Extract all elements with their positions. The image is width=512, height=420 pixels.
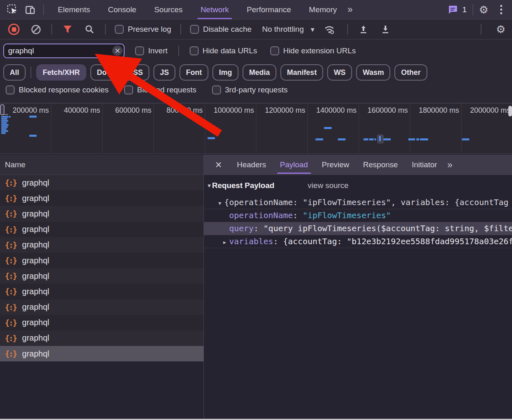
timeline-request-bar	[363, 138, 368, 140]
name-column-header[interactable]: Name	[0, 155, 203, 175]
payload-property-variables[interactable]: ▸variables: {accountTag: "b12e3b2192ee55…	[204, 235, 512, 248]
settings-gear-icon[interactable]: ⚙	[479, 4, 488, 15]
json-braces-icon: {:}	[5, 209, 16, 218]
filter-chip-doc[interactable]: Doc	[90, 64, 117, 81]
request-row[interactable]: {:}graphql	[0, 190, 203, 206]
top-bar-right: 1 ⚙	[446, 3, 512, 16]
top-tab-memory[interactable]: Memory	[309, 0, 337, 19]
throttling-dropdown[interactable]: No throttling ▼	[262, 25, 315, 34]
clear-network-log-icon[interactable]	[29, 23, 42, 36]
network-conditions-icon[interactable]	[323, 23, 336, 36]
top-tab-elements[interactable]: Elements	[58, 0, 90, 19]
filter-chip-all[interactable]: All	[3, 64, 26, 81]
filter-chip-font[interactable]: Font	[179, 64, 208, 81]
request-row[interactable]: {:}graphql	[0, 175, 203, 190]
json-braces-icon: {:}	[5, 287, 16, 296]
filter-input-wrap: ✕	[3, 44, 125, 58]
request-row[interactable]: {:}graphql	[0, 330, 203, 346]
request-list: {:}graphql{:}graphql{:}graphql{:}graphql…	[0, 175, 203, 419]
detail-tab-initiator[interactable]: Initiator	[405, 155, 444, 175]
payload-panel: ▾ Request Payload view source ▾{operatio…	[204, 175, 512, 419]
triangle-down-icon[interactable]: ▾	[215, 197, 224, 209]
more-detail-tabs-icon[interactable]: »	[447, 160, 452, 171]
divider	[178, 46, 179, 56]
invert-label: Invert	[148, 46, 168, 55]
record-network-log-icon[interactable]	[7, 23, 20, 36]
hide-extension-urls-checkbox[interactable]	[270, 46, 279, 55]
detail-tab-response[interactable]: Response	[356, 155, 405, 175]
detail-tab-preview[interactable]: Preview	[315, 155, 357, 175]
top-tab-sources[interactable]: Sources	[154, 0, 183, 19]
detail-tab-headers[interactable]: Headers	[230, 155, 273, 175]
clear-filter-icon[interactable]: ✕	[112, 46, 123, 56]
json-braces-icon: {:}	[5, 271, 16, 280]
inspect-element-icon[interactable]	[6, 3, 19, 16]
kebab-menu-icon[interactable]	[496, 5, 506, 14]
panel-tabs: ElementsConsoleSourcesNetworkPerformance…	[58, 0, 337, 19]
blocked-response-cookies-checkbox[interactable]	[6, 85, 15, 94]
view-source-link[interactable]: view source	[308, 181, 348, 190]
top-tab-performance[interactable]: Performance	[247, 0, 291, 19]
request-name: graphql	[22, 256, 49, 265]
request-row[interactable]: {:}graphql	[0, 268, 203, 284]
timeline-brush-handle-left[interactable]	[0, 104, 4, 115]
json-braces-icon: {:}	[5, 225, 16, 234]
request-name: graphql	[22, 287, 49, 296]
payload-summary-row[interactable]: ▾{operationName: "ipFlowTimeseries", var…	[204, 196, 512, 209]
divider	[51, 24, 52, 35]
request-row[interactable]: {:}graphql	[0, 222, 203, 237]
divider	[31, 67, 31, 78]
divider	[180, 24, 181, 35]
issues-bubble-icon[interactable]	[446, 3, 459, 16]
request-row[interactable]: {:}graphql	[0, 315, 203, 330]
divider	[481, 24, 481, 35]
blocked-requests-checkbox[interactable]	[124, 85, 133, 94]
json-braces-icon: {:}	[5, 178, 16, 187]
json-braces-icon: {:}	[5, 194, 16, 203]
detail-tab-payload[interactable]: Payload	[273, 155, 315, 175]
invert-checkbox[interactable]	[135, 46, 144, 55]
network-settings-gear-icon[interactable]: ⚙	[496, 24, 505, 35]
timeline-brush-handle-right[interactable]	[508, 106, 512, 116]
filter-chip-ws[interactable]: WS	[327, 64, 352, 81]
triangle-right-icon[interactable]: ▸	[220, 236, 229, 248]
filter-chip-manifest[interactable]: Manifest	[280, 64, 323, 81]
request-row[interactable]: {:}graphql	[0, 237, 203, 253]
filter-chip-fetch-xhr[interactable]: Fetch/XHR	[36, 64, 86, 81]
json-braces-icon: {:}	[5, 349, 16, 358]
more-tabs-icon[interactable]: »	[348, 4, 352, 15]
request-row[interactable]: {:}graphql	[0, 253, 203, 268]
network-overview-timeline[interactable]: 200000 ms400000 ms600000 ms800000 ms1000…	[0, 103, 512, 154]
payload-property-query[interactable]: query: "query ipFlowTimeseries($accountT…	[204, 222, 512, 235]
request-row[interactable]: {:}graphql	[0, 284, 203, 299]
request-row[interactable]: {:}graphql	[0, 206, 203, 221]
request-row[interactable]: {:}graphql	[0, 346, 203, 361]
close-detail-icon[interactable]: ×	[210, 155, 227, 175]
request-name: graphql	[22, 240, 49, 249]
import-har-icon[interactable]	[357, 23, 370, 36]
filter-chip-other[interactable]: Other	[394, 64, 427, 81]
filter-chip-media[interactable]: Media	[243, 64, 276, 81]
third-party-requests-checkbox[interactable]	[212, 85, 221, 94]
request-payload-section-header[interactable]: ▾ Request Payload view source	[204, 175, 512, 196]
hide-data-urls-checkbox[interactable]	[190, 46, 199, 55]
top-tab-console[interactable]: Console	[108, 0, 136, 19]
filter-chip-img[interactable]: Img	[212, 64, 238, 81]
preserve-log-checkbox[interactable]	[115, 25, 124, 34]
filter-chip-css[interactable]: CSS	[121, 64, 149, 81]
filter-funnel-icon[interactable]	[61, 23, 74, 36]
top-tab-network[interactable]: Network	[201, 0, 229, 19]
filter-chip-wasm[interactable]: Wasm	[356, 64, 390, 81]
request-row[interactable]: {:}graphql	[0, 300, 203, 315]
timeline-tick: 2000000 ms	[458, 106, 510, 115]
network-filter-input[interactable]	[3, 44, 125, 58]
export-har-icon[interactable]	[379, 23, 392, 36]
payload-property-operationName[interactable]: operationName: "ipFlowTimeseries"	[204, 209, 512, 222]
device-toolbar-icon[interactable]	[24, 3, 37, 16]
filter-chip-js[interactable]: JS	[153, 64, 175, 81]
search-icon[interactable]	[83, 23, 96, 36]
disable-cache-label: Disable cache	[203, 25, 252, 34]
timeline-request-bar	[9, 116, 11, 118]
json-braces-icon: {:}	[5, 241, 16, 249]
disable-cache-checkbox[interactable]	[190, 25, 199, 34]
